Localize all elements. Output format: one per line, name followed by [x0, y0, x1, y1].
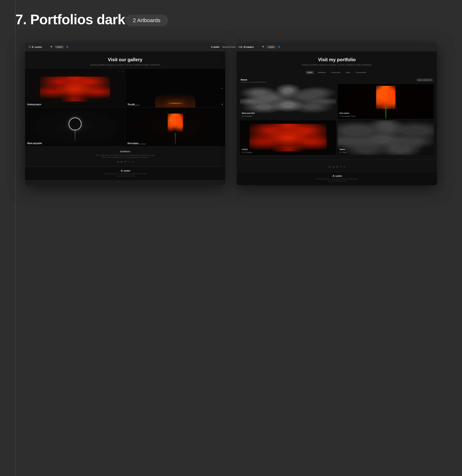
artboard1-bottom-text-2: Customer Service: 519 270 460: [29, 175, 221, 177]
artboards-badge: 2 Artboards: [125, 15, 168, 26]
page-divider: [15, 0, 16, 476]
portfolio-cell-curves[interactable]: Curves Art / Photography: [240, 120, 336, 155]
bottom-logo-text: B_system: [121, 170, 130, 172]
artboard2-bottom-text-1: Organic Design System. © 2019 B_system. …: [241, 178, 433, 180]
bottom-logo-icon-2: ▪: [332, 175, 333, 177]
the-gift-sublabel: Art / Photography: [128, 104, 140, 107]
user-icon-2[interactable]: 👤: [278, 46, 280, 48]
artboard2-footer: Bē ▶ 𝗣 𝕋 in: [237, 160, 437, 172]
artboard1-hero: Visit our gallery Example of portfolio t…: [25, 51, 225, 69]
artboard2-bottom-logo: ▪ B_system: [241, 175, 433, 177]
gallery-cell-black-and-white[interactable]: Black and white Art / Photography: [25, 108, 125, 146]
artboards-container: B_system B_system About your brand Shop …: [0, 35, 462, 193]
artboard1-bottom-logo: ▪ B_system: [29, 170, 221, 172]
pure-nature-port-sublabel: Art / Photography / Design: [340, 116, 355, 117]
header-row: 7. Portfolios dark 2 Artboards: [0, 0, 462, 35]
behance-icon-2[interactable]: Bē: [329, 166, 331, 168]
artboard2-nav-shop[interactable]: Shop: [238, 46, 242, 48]
artboard2-nav-links: B_system About your brand Shop Contact: [237, 46, 251, 48]
plus-icon[interactable]: +: [122, 71, 123, 73]
pure-nature-port-label: Pure nature: [340, 112, 349, 114]
artboard1-hero-subtitle: Example of portfolio to expose your prod…: [29, 64, 221, 66]
exhibitions-text-2: Museum: 2018 - Digital Museum: 2019 - No…: [29, 156, 221, 158]
filter-tab-nature[interactable]: Nature: [306, 71, 314, 74]
black-white-port-sublabel: Art / Photography: [242, 116, 252, 117]
artboard1-logo-icon: [29, 46, 31, 48]
gallery-cell-the-gift[interactable]: The gift Art / Photography → ⬇: [125, 69, 225, 107]
nature-section-header: Nature Featuring the wild and beautiful …: [237, 76, 437, 84]
twitter-icon-2[interactable]: 𝕋: [340, 166, 342, 168]
artboard1-grid: ♡ + Ordered nature Art / Photography The…: [25, 69, 225, 146]
arrow-icon[interactable]: →: [220, 87, 223, 90]
search-icon-2[interactable]: 🔍: [262, 46, 265, 48]
portfolio-cell-black-white[interactable]: Black and white Art / Photography: [240, 84, 336, 119]
portfolio-row-1: Black and white Art / Photography Pure n…: [240, 84, 434, 119]
artboard2-nav: B_system B_system About your brand Shop …: [237, 43, 437, 51]
nature-collections-label: Nature collections: [418, 79, 430, 81]
filter-tab-architecture[interactable]: Architecture: [316, 71, 328, 74]
user-icon[interactable]: 👤: [66, 46, 68, 48]
artboard1-bottom-bar: ▪ B_system Organic Design System. © 2019…: [25, 167, 225, 180]
portfolio-cell-pure-nature[interactable]: Pure nature Art / Photography / Design: [338, 84, 434, 119]
pinterest-icon-2[interactable]: 𝗣: [337, 166, 338, 168]
artboard2-hero-subtitle: Example of portfolio to expose your prod…: [241, 64, 433, 66]
gallery-cell-pure-nature[interactable]: Pure nature Art / Photography / Design: [125, 108, 225, 146]
artboard2-filter-tabs: Nature Architecture Food & Drink People …: [237, 69, 437, 76]
artboard1-logo-text: B_system: [32, 46, 42, 48]
artboard1-footer: Exhibitions 2017 - Gallery Evolve: 2018 …: [25, 146, 225, 167]
artboard1-bottom-text-1: Organic Design System. © 2019 B_system. …: [29, 173, 221, 175]
artboard2-nav-contact[interactable]: Contact: [245, 46, 251, 48]
black-white-port-label: Black and white: [242, 112, 255, 114]
artboard2-social-icons: Bē ▶ 𝗣 𝕋 in: [241, 166, 433, 168]
behance-icon[interactable]: Bē: [117, 161, 119, 163]
exhibitions-text-1: 2017 - Gallery Evolve: 2018 - Sydney Pri…: [29, 154, 221, 156]
gallery-cell-ordered-nature[interactable]: ♡ + Ordered nature Art / Photography: [25, 69, 125, 107]
artboard1-nav-actions: 🔍 Access 👤: [51, 45, 68, 49]
artboard1-nav: B_system B_system About your brand Shop …: [25, 43, 225, 51]
artboard2-nav-actions: 🔍 Access 👤: [262, 45, 280, 49]
artboard1-access-button[interactable]: Access: [55, 45, 64, 49]
filter-tab-current-events[interactable]: Current Events: [354, 71, 368, 74]
artboard2-access-button[interactable]: Access: [266, 45, 276, 49]
exhibitions-title: Exhibitions: [29, 150, 221, 153]
artboard1-logo[interactable]: B_system: [29, 46, 44, 48]
artboard2-hero: Visit my portfolio Example of portfolio …: [237, 51, 437, 69]
artboard2-bottom-text-2: Customer Service: 519 270 460: [241, 180, 433, 182]
nature-port-label: Nature: [340, 148, 345, 150]
nature-subtitle: Featuring the wild and beautiful Earth.: [241, 81, 267, 83]
bottom-logo-icon: ▪: [120, 170, 121, 172]
linkedin-icon-2[interactable]: in: [344, 166, 345, 168]
black-white-sublabel: Art / Photography: [27, 143, 39, 146]
portfolio-cell-nature[interactable]: Nature Art / Design: [338, 120, 434, 155]
nature-title: Nature: [241, 78, 267, 81]
artboard2-hero-title: Visit my portfolio: [241, 57, 433, 62]
artboard1-social-icons: Bē ▶ 𝗣 𝕋 in: [29, 161, 221, 163]
artboard2-portfolio-grid: Black and white Art / Photography Pure n…: [237, 84, 437, 160]
nature-collections-button[interactable]: Nature collections ▾: [416, 78, 433, 82]
curves-port-label: Curves: [242, 148, 248, 150]
curves-port-sublabel: Art / Photography: [242, 152, 252, 153]
nature-header-left: Nature Featuring the wild and beautiful …: [241, 78, 267, 83]
chevron-down-icon: ▾: [431, 79, 432, 81]
page-title: 7. Portfolios dark: [15, 12, 125, 27]
youtube-icon[interactable]: ▶: [121, 161, 123, 163]
artboard1-hero-title: Visit our gallery: [29, 57, 221, 62]
filter-tab-people[interactable]: People: [344, 71, 352, 74]
ordered-nature-sublabel: Art / Photography: [27, 104, 39, 107]
youtube-icon-2[interactable]: ▶: [333, 166, 334, 168]
heart-icon[interactable]: ♡: [118, 71, 120, 73]
download-icon[interactable]: ⬇: [221, 103, 223, 105]
search-icon[interactable]: 🔍: [51, 46, 53, 48]
portfolio-row-2: Curves Art / Photography Nature Art / De…: [240, 120, 434, 155]
pinterest-icon[interactable]: 𝗣: [125, 161, 126, 163]
nature-port-sublabel: Art / Design: [340, 152, 347, 153]
bottom-logo-text-2: B_system: [333, 175, 342, 177]
artboard2-bottom-bar: ▪ B_system Organic Design System. © 2019…: [237, 172, 437, 185]
artboard-2: B_system B_system About your brand Shop …: [237, 43, 437, 185]
artboard-1: B_system B_system About your brand Shop …: [25, 43, 225, 185]
twitter-icon[interactable]: 𝕋: [128, 161, 130, 163]
artboard1-gallery: ♡ + Ordered nature Art / Photography The…: [25, 69, 225, 146]
pure-nature-sublabel: Art / Photography / Design: [128, 143, 146, 146]
linkedin-icon[interactable]: in: [132, 161, 133, 163]
filter-tab-food-drink[interactable]: Food & Drink: [329, 71, 342, 74]
